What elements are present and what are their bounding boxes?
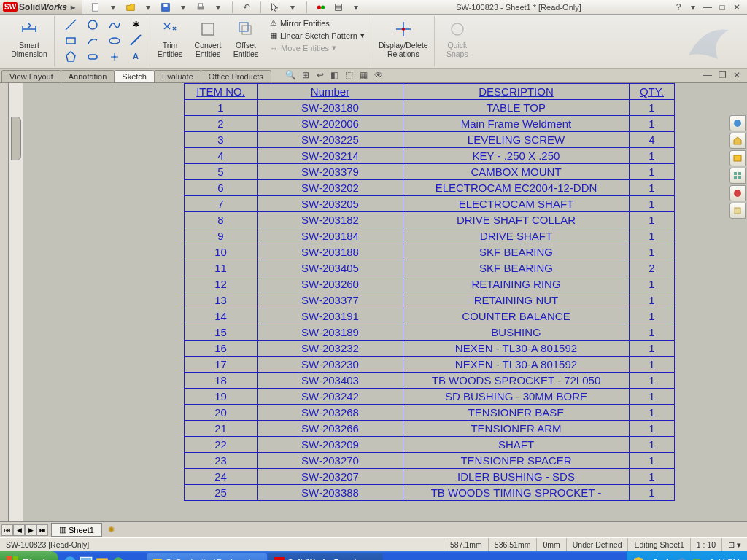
feature-manager-pane[interactable] (9, 83, 23, 521)
tab-view-layout[interactable]: View Layout (1, 70, 61, 82)
bom-row[interactable]: 15SW-203189BUSHING1 (185, 324, 675, 341)
bom-cell-qty[interactable]: 1 (630, 164, 675, 180)
feature-manager-flyout-handle[interactable] (11, 117, 21, 160)
move-dropdown-icon[interactable]: ▾ (332, 43, 336, 52)
undo-icon[interactable]: ↶ (241, 1, 252, 13)
bom-cell-desc[interactable]: ELECTROCAM SHAFT (403, 196, 630, 212)
convert-entities-button[interactable]: Convert Entities (190, 18, 226, 60)
bom-cell-qty[interactable]: 1 (630, 100, 675, 116)
bom-cell-number[interactable]: SW-203205 (258, 196, 403, 212)
sheet-tab-1[interactable]: ▥ Sheet1 (51, 523, 102, 537)
bom-cell-desc[interactable]: ELECTROCAM EC2004-12-DDN (403, 180, 630, 196)
bom-cell-item[interactable]: 8 (185, 212, 258, 228)
save-dropdown-icon[interactable]: ▾ (177, 1, 189, 13)
bom-cell-desc[interactable]: TB WOODS TIMING SPROCKET - (403, 485, 630, 501)
maximize-icon[interactable]: □ (716, 1, 728, 13)
bom-cell-item[interactable]: 17 (185, 357, 258, 373)
bom-cell-qty[interactable]: 1 (630, 228, 675, 244)
bom-cell-item[interactable]: 16 (185, 341, 258, 357)
bom-cell-qty[interactable]: 1 (630, 324, 675, 341)
bom-row[interactable]: 11SW-203405SKF BEARING2 (185, 260, 675, 276)
tray-shield-icon[interactable] (632, 556, 644, 560)
bom-cell-number[interactable]: SW-203225 (258, 132, 403, 148)
print-dropdown-icon[interactable]: ▾ (212, 1, 224, 13)
bom-row[interactable]: 10SW-203188SKF BEARING1 (185, 244, 675, 260)
tray-app1-icon[interactable] (676, 556, 688, 560)
tab-office-products[interactable]: Office Products (201, 70, 271, 82)
taskpane-custom-icon[interactable] (729, 203, 746, 219)
bom-row[interactable]: 14SW-203191COUNTER BALANCE1 (185, 308, 675, 324)
bom-cell-qty[interactable]: 1 (630, 469, 675, 485)
bom-cell-qty[interactable]: 2 (630, 260, 675, 276)
linear-pattern-button[interactable]: ▦Linear Sketch Pattern▾ (268, 30, 366, 41)
ql-ie-icon[interactable] (63, 555, 77, 560)
bom-cell-item[interactable]: 1 (185, 100, 258, 116)
bom-cell-item[interactable]: 19 (185, 389, 258, 405)
tray-network-icon[interactable] (647, 556, 659, 560)
new-dropdown-icon[interactable]: ▾ (107, 1, 119, 13)
system-tray[interactable]: 9:44 PM (627, 551, 747, 560)
ql-explorer-icon[interactable] (95, 555, 109, 560)
rectangle-icon[interactable] (64, 34, 77, 47)
bom-cell-item[interactable]: 11 (185, 260, 258, 276)
doc-minimize-icon[interactable]: — (702, 69, 713, 81)
close-icon[interactable]: ✕ (731, 1, 743, 13)
select-icon[interactable] (269, 1, 281, 13)
bom-cell-qty[interactable]: 1 (630, 308, 675, 324)
previous-view-icon[interactable]: ↩ (314, 69, 326, 81)
bom-cell-item[interactable]: 24 (185, 469, 258, 485)
bom-row[interactable]: 19SW-203242SD BUSHING - 30MM BORE1 (185, 389, 675, 405)
ellipse-icon[interactable] (108, 34, 121, 47)
bom-cell-desc[interactable]: DRIVE SHAFT COLLAR (403, 212, 630, 228)
polygon-icon[interactable] (64, 50, 77, 63)
sheet-next-icon[interactable]: ▶ (25, 524, 36, 536)
doc-restore-icon[interactable]: ❐ (716, 69, 728, 81)
bom-cell-desc[interactable]: KEY - .250 X .250 (403, 148, 630, 164)
bom-row[interactable]: 21SW-203266TENSIONER ARM1 (185, 421, 675, 437)
line-icon[interactable] (64, 18, 77, 31)
help-icon[interactable]: ? (673, 1, 684, 13)
bom-cell-number[interactable]: SW-203188 (258, 244, 403, 260)
taskbar-item-explorer[interactable]: C:\Production\Engineerin... (147, 553, 267, 560)
bom-row[interactable]: 24SW-203207IDLER BUSHING - SDS1 (185, 469, 675, 485)
bom-cell-item[interactable]: 22 (185, 437, 258, 453)
bom-cell-desc[interactable]: TENSIONER SPACER (403, 453, 630, 469)
bom-cell-number[interactable]: SW-203207 (258, 469, 403, 485)
bom-cell-item[interactable]: 3 (185, 132, 258, 148)
bom-row[interactable]: 9SW-203184DRIVE SHAFT1 (185, 228, 675, 244)
fillet-icon[interactable]: ✱ (129, 18, 142, 31)
bom-cell-qty[interactable]: 1 (630, 244, 675, 260)
select-dropdown-icon[interactable]: ▾ (287, 1, 298, 13)
bom-cell-item[interactable]: 5 (185, 164, 258, 180)
bom-cell-item[interactable]: 14 (185, 308, 258, 324)
bom-cell-desc[interactable]: LEVELING SCREW (403, 132, 630, 148)
bom-cell-desc[interactable]: TABLE TOP (403, 100, 630, 116)
print-icon[interactable] (195, 1, 206, 13)
app-logo[interactable]: SW SolidWorks ▸ (0, 0, 82, 14)
quick-snaps-button[interactable]: Quick Snaps (441, 18, 474, 60)
slot-icon[interactable] (86, 50, 99, 63)
display-style-icon[interactable]: ▦ (358, 69, 370, 81)
taskbar-item-solidworks[interactable]: SolidWorks Premium ... (268, 553, 383, 560)
bom-row[interactable]: 8SW-203182DRIVE SHAFT COLLAR1 (185, 212, 675, 228)
zoom-fit-icon[interactable]: 🔍 (285, 69, 297, 81)
zoom-area-icon[interactable]: ⊞ (300, 69, 311, 81)
bom-cell-item[interactable]: 2 (185, 116, 258, 132)
save-icon[interactable] (160, 1, 171, 13)
bom-cell-item[interactable]: 9 (185, 228, 258, 244)
bom-cell-number[interactable]: SW-203266 (258, 421, 403, 437)
bom-cell-desc[interactable]: TENSIONER BASE (403, 405, 630, 421)
bom-cell-number[interactable]: SW-203189 (258, 324, 403, 341)
bom-cell-desc[interactable]: COUNTER BALANCE (403, 308, 630, 324)
offset-entities-button[interactable]: Offset Entities (229, 18, 263, 60)
bom-row[interactable]: 23SW-203270TENSIONER SPACER1 (185, 453, 675, 469)
point-icon[interactable] (108, 50, 121, 63)
bom-cell-desc[interactable]: TENSIONER ARM (403, 421, 630, 437)
bom-cell-qty[interactable]: 1 (630, 389, 675, 405)
bom-row[interactable]: 25SW-203388TB WOODS TIMING SPROCKET -1 (185, 485, 675, 501)
bom-cell-qty[interactable]: 1 (630, 276, 675, 292)
section-view-icon[interactable]: ◧ (329, 69, 341, 81)
bom-row[interactable]: 7SW-203205ELECTROCAM SHAFT1 (185, 196, 675, 212)
bom-row[interactable]: 16SW-203232NEXEN - TL30-A 8015921 (185, 341, 675, 357)
tab-sketch[interactable]: Sketch (114, 70, 155, 82)
